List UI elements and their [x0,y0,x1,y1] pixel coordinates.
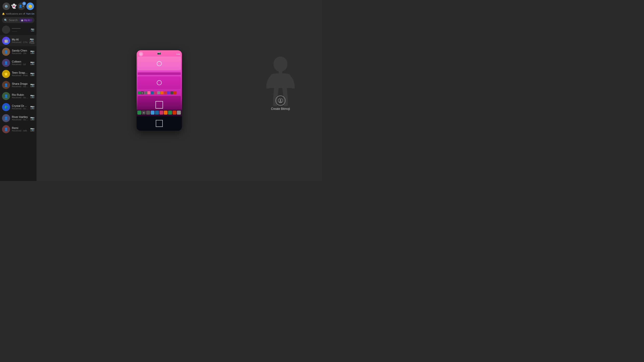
chat-sub: Received · Sun 4 [12,118,28,121]
list-item[interactable]: 👤 Rio Rubin Received · Sun 4 📷 [0,90,36,102]
sidebar: ⚙️ 👻 👤+ 3 🙂 🔔 Notifications are off Turn… [0,0,36,181]
bell-icon: 🔔 [2,13,5,15]
bitmoji-create-icon [278,98,283,103]
notification-text: Notifications are off [6,13,25,15]
list-item[interactable]: ━━━━━ ━━━━ 📷 [0,24,36,35]
camera-icon[interactable]: 📷 [31,28,34,31]
more-options-button[interactable] [177,52,180,56]
create-bitmoji-label: Create Bitmoji [271,107,290,111]
list-item[interactable]: 👤 Sandy Chen Received · 1hr 📷 [0,46,36,57]
chat-info: Colleen Received · 1d [12,60,28,66]
chat-sub: Received · 1hr [12,52,28,55]
list-item[interactable]: 👤 River Hartley Received · Sun 4 📷 [0,113,36,124]
search-input[interactable] [9,19,18,22]
camera-icon[interactable]: 📷 [30,72,34,76]
dot [178,54,179,55]
phone-mockup: 📷 ✕ [137,50,182,131]
close-button[interactable]: ✕ [139,52,143,56]
create-bitmoji-button[interactable]: Create Bitmoji [271,96,290,111]
chat-sub: Received · Sat 4 [12,85,28,88]
camera-reply-icon: 📷 [30,38,34,42]
add-friend-icon[interactable]: 👤+ 3 [18,3,25,10]
dot [179,54,180,55]
profile-avatar[interactable]: 🙂 [26,3,34,10]
phone-screenshot: 📷 ✕ [137,50,182,131]
camera-icon[interactable]: 📷 [30,50,34,54]
chat-sub: Received · 4d6 [12,129,28,132]
avatar-my-ai: 🤖 [2,37,10,45]
avatar [2,26,10,34]
reply-button[interactable]: 📷 Reply [29,38,34,44]
dot [177,54,177,55]
camera-icon[interactable]: 📷 [30,105,34,109]
chat-name: River Hartley [12,115,28,118]
my-ai-badge[interactable]: 🤖 My AI › [20,18,32,22]
chat-name: Remi [12,126,28,129]
friend-request-badge: 3 [22,2,26,5]
reply-label: Reply [29,42,34,44]
avatar: 👤 [2,48,10,56]
list-item-my-ai[interactable]: 🤖 My AI Received · 17m 📷 Reply [0,35,36,46]
camera-icon[interactable]: 📷 [30,127,34,131]
list-item[interactable]: ⭐ Teen Snapchat Received · Post 📷 [0,68,36,79]
list-item[interactable]: 👤 Colleen Received · 1d 📷 [0,57,36,68]
svg-point-0 [273,57,288,72]
chat-name: Sandy Chen [12,49,28,52]
chat-info-my-ai: My AI Received · 17m [12,38,28,43]
bitmoji-icon [275,96,286,106]
chat-info: ━━━━━ ━━━━ [12,27,29,33]
chat-name: Rio Rubin [12,93,28,96]
bitmoji-area: Create Bitmoji [264,55,297,126]
circle-button-3 [155,101,163,109]
svg-point-3 [280,99,281,101]
notification-bar: 🔔 Notifications are off Turn On [0,12,36,16]
camera-icon[interactable]: 📷 [30,94,34,98]
chat-list: ━━━━━ ━━━━ 📷 🤖 My AI Received · 17m 📷 Re… [0,24,36,181]
avatar: 👤 [2,81,10,89]
avatar: 👤 [2,125,10,133]
chat-sub: ━━━━ [12,30,29,33]
avatar: 👤 [2,114,10,122]
search-bar: 🔍 🤖 My AI › [2,17,34,23]
chat-info: Shara Drago Received · Sat 4 [12,82,28,88]
snapchat-ghost-icon[interactable]: 👻 [10,3,18,10]
avatar: 🐉 [2,103,10,111]
chat-name: Teen Snapchat [12,71,28,74]
chat-sub: Received · Sun 4 [12,96,28,99]
sidebar-header: ⚙️ 👻 👤+ 3 🙂 [0,0,36,12]
my-ai-icon: 🤖 [21,19,23,21]
chat-info: Sandy Chen Received · 1hr [12,49,28,55]
chat-name: Colleen [12,60,28,63]
chat-info: Rio Rubin Received · Sun 4 [12,93,28,99]
list-item[interactable]: 👤 Remi Received · 4d6 📷 [0,124,36,135]
chat-info: Crystal Dragons Received · Sun 5 [12,104,28,110]
chat-name: Crystal Dragons [12,104,28,107]
list-item[interactable]: 🐉 Crystal Dragons Received · Sun 5 📷 [0,102,36,113]
chat-sub: Received · Post [12,74,28,77]
settings-icon[interactable]: ⚙️ [3,3,10,10]
circle-button-1 [157,61,162,66]
search-icon: 🔍 [4,19,8,22]
main-content: 📷 ✕ [36,0,322,181]
my-ai-chevron: › [30,19,31,21]
chat-info: Remi Received · 4d6 [12,126,28,132]
circle-button-2 [157,80,162,85]
phone-overlay-header: ✕ [137,50,182,58]
list-item[interactable]: 👤 Shara Drago Received · Sat 4 📷 [0,79,36,90]
chat-sub-my-ai: Received · 17m [12,41,28,43]
camera-icon[interactable]: 📷 [30,61,34,65]
home-button [156,120,163,127]
chat-info: Teen Snapchat Received · Post [12,71,28,77]
avatar: 👤 [2,92,10,100]
avatar: 👤 [2,59,10,67]
camera-icon[interactable]: 📷 [30,116,34,120]
chat-name-my-ai: My AI [12,38,28,41]
avatar: ⭐ [2,70,10,78]
chat-name: ━━━━━ [12,27,29,30]
my-ai-label: My AI [24,19,30,21]
chat-sub: Received · 1d [12,63,28,66]
turn-on-button[interactable]: Turn On [26,13,34,15]
camera-icon[interactable]: 📷 [30,83,34,87]
chat-sub: Received · Sun 5 [12,107,28,110]
chat-info: River Hartley Received · Sun 4 [12,115,28,121]
